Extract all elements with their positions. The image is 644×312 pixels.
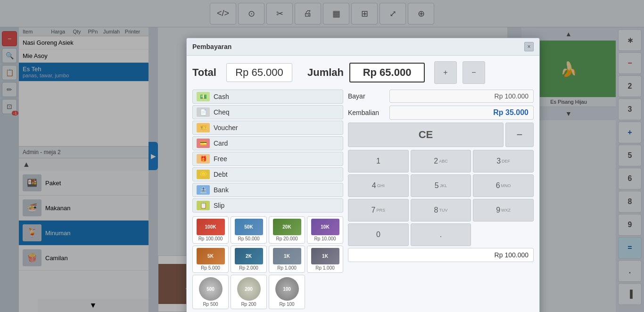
kembalian-label: Kembalian bbox=[348, 109, 386, 116]
dialog-title: Pembayaran bbox=[192, 43, 231, 50]
currency-label: Rp 1.000 bbox=[315, 265, 335, 271]
currency-2k[interactable]: 2K Rp 2.000 bbox=[231, 246, 267, 273]
total-label: Total bbox=[192, 66, 221, 79]
currency-img: 500 bbox=[199, 277, 223, 301]
plus-total-btn[interactable]: + bbox=[434, 61, 457, 84]
numpad-display: Rp 100.000 bbox=[348, 248, 534, 262]
num9-btn[interactable]: 9WXZ bbox=[473, 199, 534, 222]
num6-btn[interactable]: 6MNO bbox=[473, 174, 534, 197]
total-value: Rp 65.000 bbox=[226, 63, 292, 82]
cash-icon: 💵 bbox=[197, 92, 210, 101]
pay-method-label: Free bbox=[214, 155, 227, 163]
dialog-header: Pembayaran × bbox=[187, 38, 539, 56]
currency-img: 200 bbox=[237, 277, 261, 301]
pay-method-slip[interactable]: 📋 Slip bbox=[192, 198, 343, 213]
num1-btn[interactable]: 1 bbox=[348, 150, 409, 172]
currency-img: 5K bbox=[197, 248, 225, 264]
currency-label: Rp 50.000 bbox=[238, 236, 259, 241]
currency-grid: 100K Rp 100.000 50K Rp 50.000 20K Rp 20.… bbox=[192, 216, 343, 309]
dot-btn[interactable]: . bbox=[411, 223, 471, 246]
num8-btn[interactable]: 8TUV bbox=[411, 199, 471, 222]
pay-method-cheq[interactable]: 📄 Cheq bbox=[192, 105, 343, 119]
payment-methods: 💵 Cash 📄 Cheq 🎫 Voucher 💳 Card bbox=[192, 90, 343, 213]
currency-img: 100K bbox=[197, 219, 225, 235]
currency-img: 1K bbox=[311, 248, 339, 264]
jumlah-value: Rp 65.000 bbox=[349, 63, 425, 82]
payment-dialog: Pembayaran × Total Rp 65.000 Jumlah Rp 6… bbox=[186, 38, 540, 312]
currency-label: Rp 500 bbox=[203, 302, 218, 307]
pay-method-voucher[interactable]: 🎫 Voucher bbox=[192, 121, 343, 135]
currency-label: Rp 1.000 bbox=[277, 265, 297, 271]
pay-method-free[interactable]: 🎁 Free bbox=[192, 152, 343, 166]
currency-1k-a[interactable]: 1K Rp 1.000 bbox=[269, 246, 305, 273]
debt-icon: 🪙 bbox=[197, 170, 210, 179]
payment-left: 💵 Cash 📄 Cheq 🎫 Voucher 💳 Card bbox=[192, 90, 343, 309]
currency-label: Rp 10.000 bbox=[314, 236, 336, 241]
currency-label: Rp 2.000 bbox=[239, 265, 258, 271]
currency-label: Rp 100.000 bbox=[198, 236, 223, 241]
pay-method-label: Debt bbox=[214, 171, 228, 178]
card-icon: 💳 bbox=[197, 139, 210, 148]
pay-method-label: Slip bbox=[214, 202, 224, 209]
payment-right: Bayar Rp 100.000 Kembalian Rp 35.000 CE … bbox=[343, 90, 534, 309]
currency-1k-b[interactable]: 1K Rp 1.000 bbox=[307, 246, 343, 273]
cheq-icon: 📄 bbox=[197, 107, 210, 117]
currency-100k[interactable]: 100K Rp 100.000 bbox=[192, 216, 229, 244]
currency-label: Rp 20.000 bbox=[276, 236, 297, 241]
currency-5k[interactable]: 5K Rp 5.000 bbox=[192, 246, 229, 273]
bayar-value: Rp 100.000 bbox=[389, 90, 534, 103]
pay-method-debt[interactable]: 🪙 Debt bbox=[192, 167, 343, 181]
minus-total-btn[interactable]: − bbox=[462, 61, 485, 84]
bayar-row: Bayar Rp 100.000 bbox=[348, 90, 534, 103]
currency-img: 1K bbox=[273, 248, 301, 264]
pay-method-card[interactable]: 💳 Card bbox=[192, 136, 343, 150]
voucher-icon: 🎫 bbox=[197, 123, 210, 132]
ce-row: CE − bbox=[348, 123, 534, 147]
pay-method-label: Cash bbox=[214, 93, 229, 100]
currency-label: Rp 100 bbox=[279, 302, 294, 307]
pay-method-cash[interactable]: 💵 Cash bbox=[192, 90, 343, 104]
num4-btn[interactable]: 4GHI bbox=[348, 174, 409, 197]
ce-btn[interactable]: CE bbox=[348, 123, 504, 147]
free-icon: 🎁 bbox=[197, 154, 210, 164]
num2-btn[interactable]: 2ABC bbox=[411, 150, 471, 172]
dialog-cols: 💵 Cash 📄 Cheq 🎫 Voucher 💳 Card bbox=[192, 90, 534, 309]
kembalian-row: Kembalian Rp 35.000 bbox=[348, 106, 534, 120]
dialog-close-btn[interactable]: × bbox=[524, 42, 534, 51]
numpad-grid: 1 2ABC 3DEF 4GHI 5JKL 6MNO 7PRS 8TUV 9WX… bbox=[348, 150, 534, 246]
currency-img: 10K bbox=[311, 219, 339, 235]
currency-img: 2K bbox=[235, 248, 263, 264]
total-row: Total Rp 65.000 Jumlah Rp 65.000 + − bbox=[192, 61, 534, 84]
num0-btn[interactable]: 0 bbox=[348, 223, 409, 246]
pay-method-bank[interactable]: 🏦 Bank bbox=[192, 183, 343, 197]
num7-btn[interactable]: 7PRS bbox=[348, 199, 409, 222]
jumlah-label: Jumlah bbox=[307, 66, 344, 79]
pay-method-label: Card bbox=[214, 140, 228, 147]
currency-label: Rp 5.000 bbox=[201, 265, 220, 271]
kembalian-value: Rp 35.000 bbox=[389, 106, 534, 120]
num3-btn[interactable]: 3DEF bbox=[473, 150, 534, 172]
currency-100[interactable]: 100 Rp 100 bbox=[269, 275, 305, 309]
currency-img: 100 bbox=[275, 277, 299, 301]
pay-method-label: Cheq bbox=[214, 108, 229, 116]
currency-img: 20K bbox=[273, 219, 301, 235]
currency-10k[interactable]: 10K Rp 10.000 bbox=[307, 216, 343, 244]
bank-icon: 🏦 bbox=[197, 185, 210, 195]
currency-label: Rp 200 bbox=[241, 302, 256, 307]
slip-icon: 📋 bbox=[197, 201, 210, 210]
pay-method-label: Voucher bbox=[214, 124, 238, 131]
num5-btn[interactable]: 5JKL bbox=[411, 174, 471, 197]
sub-minus-btn[interactable]: − bbox=[505, 123, 534, 147]
currency-20k[interactable]: 20K Rp 20.000 bbox=[269, 216, 305, 244]
pay-method-label: Bank bbox=[214, 186, 229, 194]
currency-50k[interactable]: 50K Rp 50.000 bbox=[231, 216, 267, 244]
currency-img: 50K bbox=[235, 219, 263, 235]
currency-500[interactable]: 500 Rp 500 bbox=[192, 275, 229, 309]
bayar-label: Bayar bbox=[348, 92, 386, 100]
dialog-body: Total Rp 65.000 Jumlah Rp 65.000 + − 💵 C… bbox=[187, 56, 539, 312]
currency-200[interactable]: 200 Rp 200 bbox=[231, 275, 267, 309]
